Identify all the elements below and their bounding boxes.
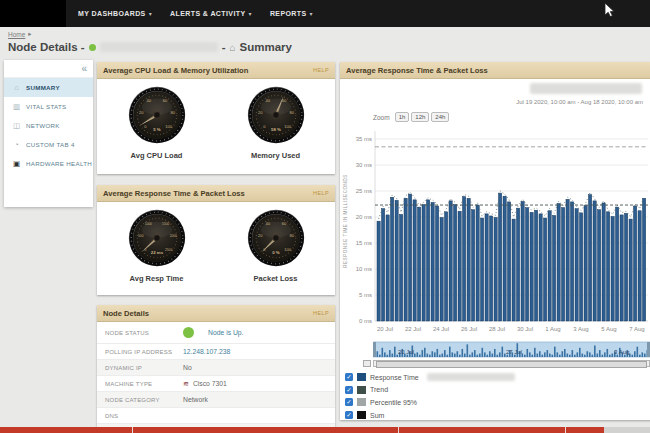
row-value: Network — [183, 396, 208, 403]
svg-text:1000: 1000 — [144, 222, 151, 226]
row-label: DYNAMIC IP — [105, 365, 183, 371]
scrollbar-left-button[interactable] — [363, 360, 371, 367]
legend-checkbox[interactable]: ✓ — [345, 411, 353, 419]
chart-bar — [584, 206, 587, 321]
svg-text:10 ms: 10 ms — [356, 266, 372, 272]
svg-text:3 Aug: 3 Aug — [614, 349, 629, 355]
svg-text:20: 20 — [258, 233, 263, 238]
gauge-value: 22 ms — [150, 250, 163, 255]
svg-text:100: 100 — [165, 124, 173, 129]
chart-bar — [463, 197, 466, 321]
svg-text:3 Aug: 3 Aug — [573, 326, 588, 332]
chart-bar — [512, 219, 515, 321]
gauge-dial: 0 20 40 60 80 100 58 % — [247, 86, 305, 144]
gauge-dial: 0 500 1000 1500 2000 2500 22 ms — [128, 209, 186, 267]
sidebar-item-network[interactable]: ◫ NETWORK — [4, 116, 93, 135]
svg-text:20 Jul: 20 Jul — [377, 326, 393, 332]
chart-bar — [404, 198, 407, 321]
gauge-label: Avg CPU Load — [107, 151, 207, 160]
nav-label: MY DASHBOARDS — [78, 10, 146, 17]
chart-bar — [616, 207, 619, 321]
table-row-polling-ip: POLLING IP ADDRESS 12.248.107.238 — [97, 344, 335, 360]
legend-checkbox[interactable]: ✓ — [345, 398, 353, 406]
sidebar-item-label: SUMMARY — [26, 84, 60, 91]
sidebar-item-summary[interactable]: ⌂ SUMMARY — [4, 78, 93, 97]
row-label: MACHINE TYPE — [105, 381, 183, 387]
sidebar-collapse-button[interactable]: « — [4, 60, 93, 78]
gauge-packet-loss: 0 20 40 60 80 100 0 % — [226, 209, 326, 271]
chart-bar — [449, 201, 452, 321]
chart-bar — [382, 209, 385, 321]
sidebar-item-custom-tab-4[interactable]: ◔ CUSTOM TAB 4 — [4, 135, 93, 154]
gauge-label: Memory Used — [226, 151, 326, 160]
sidebar-item-label: CUSTOM TAB 4 — [26, 141, 75, 148]
chart-navigator[interactable]: 20 Jul27 Jul3 Aug — [373, 337, 650, 359]
sidebar-item-label: HARDWARE HEALTH — [26, 160, 92, 167]
legend-checkbox[interactable]: ✓ — [345, 386, 353, 394]
chart-bar — [539, 214, 542, 321]
chevron-down-icon: ▾ — [310, 10, 313, 17]
sidebar-item-label: NETWORK — [26, 122, 60, 129]
chevron-down-icon: ▾ — [149, 10, 152, 17]
chart-bar — [566, 199, 569, 321]
chart-bar — [395, 200, 398, 321]
chart-bar — [490, 216, 493, 321]
svg-text:20 ms: 20 ms — [356, 214, 372, 220]
svg-text:30 Jul: 30 Jul — [517, 326, 533, 332]
chart-bar — [422, 205, 425, 321]
chart-bar — [629, 219, 632, 321]
nav-reports[interactable]: REPORTS ▾ — [270, 10, 313, 17]
progress-segment-divider — [132, 427, 133, 433]
chart-bar — [485, 214, 488, 321]
legend-swatch — [357, 411, 366, 419]
chart-bar — [386, 215, 389, 321]
help-link[interactable]: HELP — [313, 67, 329, 73]
sidebar-item-vital-stats[interactable]: ▥ VITAL STATS — [4, 97, 93, 116]
chart-bar — [427, 200, 430, 321]
nav-alerts-activity[interactable]: ALERTS & ACTIVITY ▾ — [170, 10, 252, 17]
svg-text:2000: 2000 — [169, 234, 176, 238]
legend-checkbox[interactable]: ✓ — [345, 373, 353, 381]
nav-my-dashboards[interactable]: MY DASHBOARDS ▾ — [78, 10, 152, 17]
chart-bar — [548, 211, 551, 321]
chart-bar — [634, 206, 637, 321]
page-title: Node Details - - ⌂ Summary — [8, 41, 292, 53]
chart-bar — [571, 202, 574, 321]
legend-swatch — [357, 373, 366, 381]
breadcrumb-home-link[interactable]: Home — [8, 31, 25, 38]
progress-segment-divider — [398, 427, 399, 433]
dashboard-page: MY DASHBOARDS ▾ ALERTS & ACTIVITY ▾ REPO… — [0, 0, 650, 433]
zoom-label: Zoom — [373, 114, 390, 121]
chart-bar — [391, 197, 394, 321]
svg-text:26 Jul: 26 Jul — [461, 326, 477, 332]
table-row-node-category: NODE CATEGORY Network — [97, 392, 335, 408]
legend-row-percentile: ✓ Percentile 95% — [345, 396, 515, 409]
help-link[interactable]: HELP — [313, 310, 329, 316]
panel-title: Average CPU Load & Memory Utilization — [103, 66, 248, 75]
svg-text:40: 40 — [146, 98, 151, 103]
chart-bar — [503, 196, 506, 321]
scrollbar-thumb[interactable] — [376, 361, 647, 368]
chart-bar — [413, 200, 416, 321]
legend-label: Trend — [370, 386, 388, 393]
chart-bar — [607, 212, 610, 321]
sidebar-item-hardware-health[interactable]: ▣ HARDWARE HEALTH — [4, 154, 93, 173]
node-status-dot — [89, 44, 96, 51]
svg-text:28 Jul: 28 Jul — [489, 326, 505, 332]
panel-node-details: Node Details HELP NODE STATUS Node is Up… — [97, 305, 335, 427]
svg-text:60: 60 — [162, 98, 167, 103]
chart-bar — [598, 210, 601, 321]
chart-bar — [611, 216, 614, 321]
gauge-memory-used: 0 20 40 60 80 100 58 % — [226, 86, 326, 148]
breadcrumb: Home ▸ — [8, 30, 32, 38]
chart-bar — [458, 211, 461, 321]
svg-text:40: 40 — [265, 98, 270, 103]
nav-label: REPORTS — [270, 10, 307, 17]
svg-text:RESPONSE TIME IN MILLISECONDS: RESPONSE TIME IN MILLISECONDS — [343, 174, 348, 268]
progress-segment-divider — [565, 427, 566, 433]
page-title-text: Node Details - — [8, 41, 85, 53]
gauge-value: 58 % — [271, 127, 281, 132]
chart-scrollbar[interactable] — [373, 360, 650, 367]
panel-header: Node Details HELP — [97, 305, 335, 322]
help-link[interactable]: HELP — [313, 190, 329, 196]
